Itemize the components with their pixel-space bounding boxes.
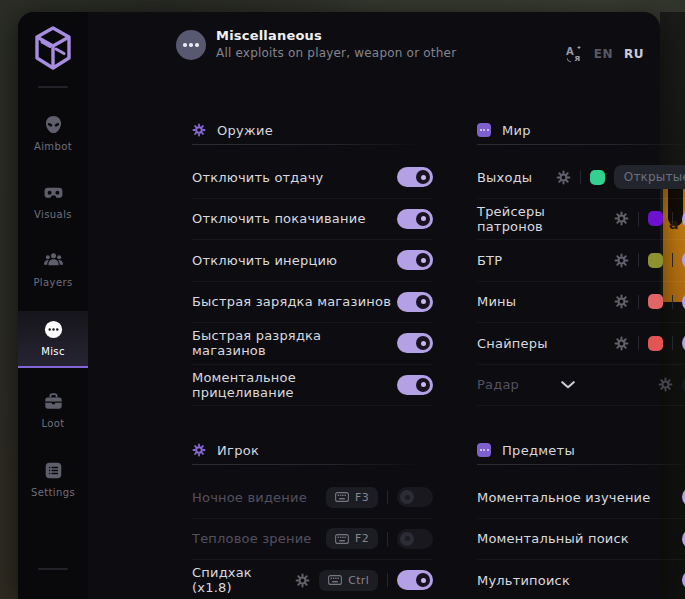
feature-row-thermal-vision: Тепловое зрение F2 (192, 519, 433, 561)
keyboard-icon (328, 575, 342, 585)
toggle-knob (416, 378, 430, 392)
sidebar-item-loot[interactable]: Loot (18, 383, 88, 438)
page-title: Miscellaneous (216, 28, 322, 43)
expand-chevron-down-icon[interactable] (561, 381, 575, 389)
section-divider (192, 464, 433, 465)
toggle-knob (400, 532, 414, 546)
feature-label: Радар (477, 377, 561, 392)
section-title: Мир (502, 123, 531, 138)
divider (672, 253, 673, 267)
dot (183, 43, 187, 47)
sidebar-divider-bottom (38, 568, 68, 570)
feature-label: Ночное видение (192, 490, 326, 505)
translate-icon[interactable] (565, 45, 583, 63)
page-subtitle: All exploits on player, weapon or other (216, 46, 456, 60)
toggle-switch[interactable] (397, 375, 433, 395)
toggle-switch[interactable] (397, 570, 433, 590)
sidebar-item-label: Aimbot (34, 141, 72, 152)
section-header-world: Мир (477, 116, 685, 144)
cheat-menu-window: Aimbot Visuals Players Misc Loot Setting… (18, 12, 660, 599)
sidebar-item-visuals[interactable]: Visuals (18, 174, 88, 229)
toggle-knob (416, 336, 430, 350)
feature-label: Быстрая зарядка магазинов (192, 294, 397, 309)
toggle-switch[interactable] (397, 333, 433, 353)
sidebar-item-label: Loot (41, 418, 64, 429)
toggle-switch[interactable] (397, 209, 433, 229)
divider (672, 295, 673, 309)
color-swatch[interactable] (648, 336, 663, 351)
alien-icon (43, 114, 64, 135)
feature-label: Спидхак (x1.8) (192, 565, 295, 595)
toggle-knob (416, 253, 430, 267)
divider (638, 295, 639, 309)
sidebar: Aimbot Visuals Players Misc Loot Setting… (18, 12, 88, 599)
feature-label: Отключить покачивание (192, 211, 397, 226)
gear-icon[interactable] (658, 377, 673, 392)
feature-row-mines: Мины (477, 282, 685, 324)
sidebar-item-misc[interactable]: Misc (18, 311, 88, 368)
feature-label: Тепловое зрение (192, 531, 326, 546)
list-settings-icon (43, 460, 64, 481)
gear-icon[interactable] (614, 253, 629, 268)
keyboard-icon (335, 492, 349, 502)
gear-icon[interactable] (614, 294, 629, 309)
keybind-label: F2 (355, 532, 369, 545)
page-avatar (176, 30, 206, 60)
section-title: Игрок (217, 443, 259, 458)
toggle-switch[interactable] (397, 250, 433, 270)
toggle-switch[interactable] (397, 167, 433, 187)
dot (195, 43, 199, 47)
lang-option-ru[interactable]: RU (624, 47, 644, 61)
feature-row-instant-research: Моментальное изучение (477, 477, 685, 519)
color-swatch[interactable] (590, 170, 605, 185)
feature-row-instant-aim: Моментальное прицеливание (192, 365, 433, 407)
gear-icon[interactable] (556, 170, 571, 185)
section-divider (477, 144, 685, 145)
sidebar-item-players[interactable]: Players (18, 242, 88, 297)
gear-icon[interactable] (295, 573, 310, 588)
sidebar-item-settings[interactable]: Settings (18, 452, 88, 507)
toggle-knob (416, 573, 430, 587)
feature-label: Мультипоиск (477, 573, 682, 588)
feature-row-bullet-tracers: Трейсеры патронов (477, 199, 685, 241)
section-header-weapon: Оружие (192, 116, 433, 144)
section-rows-world: Выходы Открытые Трейсеры патронов (477, 157, 685, 406)
feature-row-multisearch: Мультипоиск (477, 560, 685, 599)
feature-label: Отключить инерцию (192, 253, 397, 268)
color-swatch[interactable] (648, 211, 663, 226)
dropdown-value: Открытые (624, 170, 685, 184)
gear-icon[interactable] (614, 336, 629, 351)
lang-option-en[interactable]: EN (594, 47, 613, 61)
toggle-switch[interactable] (397, 487, 433, 507)
sidebar-item-label: Players (33, 277, 72, 288)
divider (638, 212, 639, 226)
divider (387, 573, 388, 587)
gear-icon[interactable] (614, 211, 629, 226)
gear-icon (192, 123, 206, 137)
feature-row-fast-unload: Быстрая разрядка магазинов (192, 323, 433, 365)
feature-label: Мины (477, 294, 614, 309)
keybind-label: Ctrl (348, 574, 369, 587)
feature-label: Снайперы (477, 336, 614, 351)
feature-row-radar: Радар (477, 365, 685, 407)
keybind-badge[interactable]: Ctrl (319, 570, 378, 591)
feature-row-exits: Выходы Открытые (477, 157, 685, 199)
keybind-badge[interactable]: F2 (326, 528, 378, 549)
divider (580, 170, 581, 184)
toggle-switch[interactable] (397, 529, 433, 549)
color-swatch[interactable] (648, 294, 663, 309)
divider (672, 336, 673, 350)
feature-row-instant-search: Моментальный поиск (477, 519, 685, 561)
color-swatch[interactable] (648, 253, 663, 268)
sidebar-item-label: Settings (31, 487, 75, 498)
keybind-badge[interactable]: F3 (326, 487, 378, 508)
app-logo-icon (33, 25, 73, 71)
feature-label: Быстрая разрядка магазинов (192, 328, 397, 358)
sidebar-item-aimbot[interactable]: Aimbot (18, 106, 88, 161)
section-divider (192, 144, 433, 145)
feature-label: БТР (477, 253, 614, 268)
divider (638, 336, 639, 350)
exits-dropdown[interactable]: Открытые (614, 165, 685, 189)
toggle-switch[interactable] (397, 292, 433, 312)
section-divider (477, 464, 685, 465)
